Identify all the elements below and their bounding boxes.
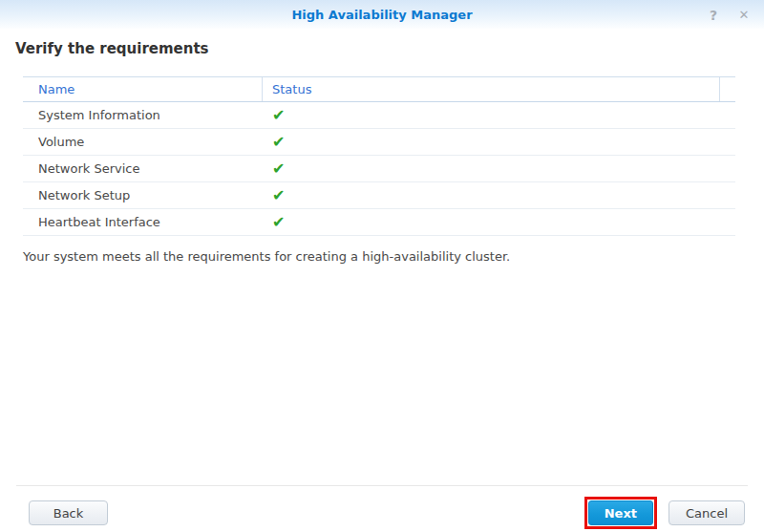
- close-icon[interactable]: ✕: [735, 7, 753, 24]
- table-header-row: Name Status: [23, 76, 735, 102]
- row-status-cell: ✔: [263, 209, 735, 235]
- row-status-cell: ✔: [263, 102, 735, 128]
- footer: Back Next Cancel: [0, 494, 764, 532]
- header-spacer-cell: [719, 77, 735, 101]
- check-icon: ✔: [272, 135, 285, 150]
- table-row: System Information ✔: [23, 102, 735, 129]
- check-icon: ✔: [272, 108, 285, 123]
- help-icon[interactable]: ?: [705, 7, 722, 24]
- row-status-cell: ✔: [263, 182, 735, 208]
- footer-divider: [16, 485, 748, 486]
- requirements-table: Name Status System Information ✔ Volume …: [23, 76, 735, 236]
- row-name-cell: Volume: [23, 129, 263, 155]
- row-name-cell: System Information: [23, 102, 263, 128]
- requirements-result-message: Your system meets all the requirements f…: [23, 249, 741, 264]
- column-header-status[interactable]: Status: [263, 77, 719, 101]
- high-availability-manager-dialog: High Availability Manager ? ✕ Verify the…: [0, 0, 764, 532]
- table-row: Network Setup ✔: [23, 182, 735, 209]
- page-title: Verify the requirements: [15, 40, 749, 57]
- row-status-cell: ✔: [263, 156, 735, 181]
- check-icon: ✔: [272, 215, 285, 230]
- row-name-cell: Network Setup: [23, 182, 263, 208]
- row-name-cell: Network Service: [23, 156, 263, 181]
- next-button[interactable]: Next: [588, 500, 653, 525]
- annotation-highlight: Next: [584, 497, 657, 529]
- titlebar: High Availability Manager ? ✕: [0, 0, 764, 29]
- table-row: Network Service ✔: [23, 156, 735, 182]
- back-button[interactable]: Back: [29, 500, 108, 525]
- check-icon: ✔: [272, 188, 285, 203]
- row-name-cell: Heartbeat Interface: [23, 209, 263, 235]
- table-row: Volume ✔: [23, 129, 735, 156]
- table-row: Heartbeat Interface ✔: [23, 209, 735, 236]
- check-icon: ✔: [272, 161, 285, 177]
- column-header-name[interactable]: Name: [23, 77, 263, 101]
- cancel-button[interactable]: Cancel: [668, 500, 745, 525]
- row-status-cell: ✔: [263, 129, 735, 155]
- window-title: High Availability Manager: [0, 8, 764, 22]
